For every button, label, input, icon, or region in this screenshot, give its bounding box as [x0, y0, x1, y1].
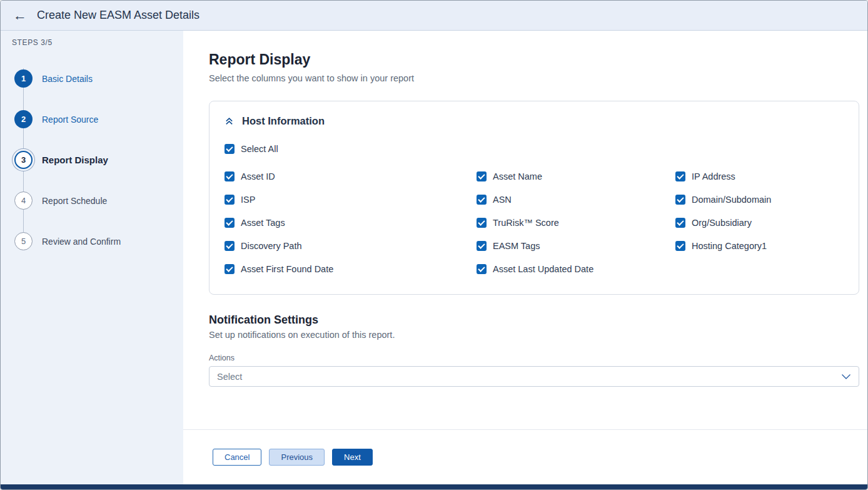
actions-field-label: Actions — [209, 354, 859, 362]
step-label: Report Schedule — [42, 196, 107, 206]
checkbox-select-all[interactable]: Select All — [225, 144, 844, 154]
checkbox-asset-tags[interactable]: Asset Tags — [225, 218, 477, 228]
checked-checkbox-icon — [225, 195, 235, 205]
step-label: Review and Confirm — [42, 237, 121, 247]
checked-checkbox-icon — [477, 171, 487, 181]
wizard-footer: Cancel Previous Next — [183, 429, 867, 484]
wizard-header: ← Create New EASM Asset Details — [1, 1, 867, 31]
checked-checkbox-icon — [225, 144, 235, 154]
checked-checkbox-icon — [675, 218, 685, 228]
step-number-badge: 3 — [14, 151, 33, 169]
step-number-badge: 2 — [14, 110, 33, 128]
actions-select[interactable]: Select — [209, 366, 859, 387]
checkbox-asset-name[interactable]: Asset Name — [477, 171, 675, 181]
wizard-title: Create New EASM Asset Details — [37, 9, 199, 22]
checkbox-trurisk-score[interactable]: TruRisk™ Score — [477, 218, 675, 228]
host-information-panel: Host Information Select All Asset ID — [209, 101, 859, 295]
checked-checkbox-icon — [477, 218, 487, 228]
checkbox-label: Org/Subsidiary — [692, 218, 752, 228]
checked-checkbox-icon — [477, 241, 487, 251]
step-label: Basic Details — [42, 74, 93, 84]
page-title: Report Display — [209, 51, 859, 68]
host-information-title: Host Information — [242, 115, 325, 127]
checkbox-label: Select All — [241, 144, 278, 154]
step-number-badge: 1 — [14, 69, 33, 88]
step-number-badge: 4 — [14, 191, 33, 210]
checked-checkbox-icon — [675, 241, 685, 251]
checkbox-label: Asset Last Updated Date — [493, 264, 593, 274]
checkbox-asset-first-found-date[interactable]: Asset First Found Date — [225, 264, 477, 274]
checkbox-isp[interactable]: ISP — [225, 195, 477, 205]
checkbox-label: Asset ID — [241, 171, 275, 181]
checked-checkbox-icon — [477, 264, 487, 274]
step-review-confirm[interactable]: 5 Review and Confirm — [14, 221, 173, 262]
notification-settings-title: Notification Settings — [209, 314, 859, 327]
page-subtitle: Select the columns you want to show in y… — [209, 73, 859, 83]
step-number-badge: 5 — [14, 232, 33, 250]
checked-checkbox-icon — [225, 264, 235, 274]
steps-progress-label: STEPS 3/5 — [12, 38, 173, 47]
checkbox-asset-id[interactable]: Asset ID — [225, 171, 477, 181]
checkbox-easm-tags[interactable]: EASM Tags — [477, 241, 675, 251]
next-button[interactable]: Next — [332, 449, 373, 466]
checked-checkbox-icon — [225, 241, 235, 251]
checkbox-hosting-category1[interactable]: Hosting Category1 — [675, 241, 844, 251]
checkbox-label: IP Address — [692, 171, 735, 181]
step-report-schedule[interactable]: 4 Report Schedule — [14, 180, 173, 221]
collapse-double-chevron-up-icon[interactable] — [225, 116, 234, 126]
chevron-down-icon[interactable] — [841, 371, 851, 382]
create-easm-wizard-window: ← Create New EASM Asset Details STEPS 3/… — [0, 0, 868, 490]
step-basic-details[interactable]: 1 Basic Details — [14, 58, 173, 99]
bottom-accent-bar — [1, 484, 867, 489]
column-checkbox-grid: Asset ID Asset Name IP Address ISP — [225, 171, 844, 274]
checkbox-label: Asset Tags — [241, 218, 285, 228]
step-label: Report Source — [42, 115, 98, 125]
checkbox-asn[interactable]: ASN — [477, 195, 675, 205]
checked-checkbox-icon — [675, 171, 685, 181]
cancel-button[interactable]: Cancel — [213, 449, 261, 466]
notification-settings-subtitle: Set up notifications on execution of thi… — [209, 330, 859, 340]
checkbox-label: Asset First Found Date — [241, 264, 333, 274]
checkbox-discovery-path[interactable]: Discovery Path — [225, 241, 477, 251]
step-label: Report Display — [42, 155, 108, 165]
checked-checkbox-icon — [225, 171, 235, 181]
previous-button[interactable]: Previous — [269, 449, 325, 466]
wizard-stepper: 1 Basic Details 2 Report Source 3 Report… — [14, 58, 173, 262]
steps-sidebar: STEPS 3/5 1 Basic Details 2 Report Sourc… — [1, 31, 183, 484]
checkbox-domain-subdomain[interactable]: Domain/Subdomain — [675, 195, 844, 205]
checked-checkbox-icon — [477, 195, 487, 205]
checkbox-label: ISP — [241, 195, 255, 205]
checkbox-label: Discovery Path — [241, 241, 302, 251]
wizard-body: STEPS 3/5 1 Basic Details 2 Report Sourc… — [1, 31, 867, 484]
step-report-source[interactable]: 2 Report Source — [14, 99, 173, 140]
checkbox-org-subsidiary[interactable]: Org/Subsidiary — [675, 218, 844, 228]
report-display-content: Report Display Select the columns you wa… — [183, 31, 867, 429]
checkbox-label: TruRisk™ Score — [493, 218, 559, 228]
checkbox-label: Domain/Subdomain — [692, 195, 771, 205]
checkbox-label: Hosting Category1 — [692, 241, 767, 251]
main-panel: Report Display Select the columns you wa… — [183, 31, 867, 484]
actions-select-value: Select — [217, 372, 242, 382]
step-report-display[interactable]: 3 Report Display — [14, 140, 173, 180]
checkbox-label: Asset Name — [493, 171, 542, 181]
checkbox-label: ASN — [493, 195, 512, 205]
checked-checkbox-icon — [225, 218, 235, 228]
checkbox-ip-address[interactable]: IP Address — [675, 171, 844, 181]
checkbox-label: EASM Tags — [493, 241, 540, 251]
host-information-header: Host Information — [225, 115, 844, 127]
checkbox-asset-last-updated-date[interactable]: Asset Last Updated Date — [477, 264, 675, 274]
back-arrow-icon[interactable]: ← — [13, 9, 27, 23]
checked-checkbox-icon — [675, 195, 685, 205]
